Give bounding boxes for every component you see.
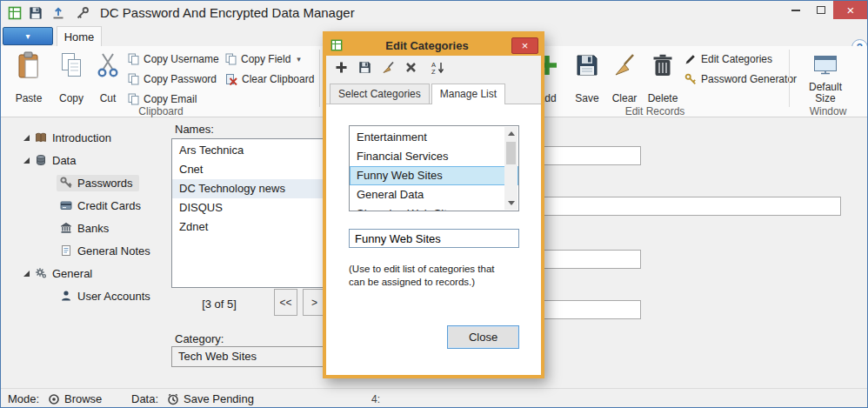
dialog-close-button[interactable]: × bbox=[511, 37, 538, 54]
expander-icon[interactable] bbox=[23, 157, 30, 164]
category-name-input[interactable] bbox=[349, 229, 519, 248]
arrow-up-icon bbox=[508, 131, 515, 136]
scrollbar-thumb[interactable] bbox=[506, 142, 516, 164]
pages-icon bbox=[128, 93, 139, 105]
edit-categories-button[interactable]: Edit Categories bbox=[684, 50, 772, 68]
window-title: DC Password And Encrypted Data Manager bbox=[100, 1, 355, 25]
names-label: Names: bbox=[175, 123, 214, 136]
list-item[interactable]: Shopping Web Sites bbox=[350, 204, 518, 211]
list-item[interactable]: Financial Services bbox=[350, 147, 518, 166]
selected-highlight: Passwords bbox=[57, 175, 139, 191]
quick-save-button[interactable] bbox=[27, 4, 44, 22]
dialog-title-bar[interactable]: Edit Categories × bbox=[326, 35, 541, 56]
save-button[interactable]: Save bbox=[570, 49, 604, 104]
list-item-selected[interactable]: Funny Web Sites bbox=[350, 166, 518, 185]
sidebar-item-credit-cards[interactable]: Credit Cards bbox=[57, 196, 147, 215]
close-icon: × bbox=[522, 40, 529, 51]
row-inner: Credit Cards bbox=[57, 197, 147, 214]
pages-icon bbox=[128, 73, 139, 85]
sidebar-item-passwords[interactable]: Passwords bbox=[57, 173, 139, 192]
add-category-button[interactable] bbox=[335, 61, 348, 77]
quick-export-button[interactable] bbox=[50, 4, 67, 22]
sidebar-item-general[interactable]: General bbox=[23, 264, 92, 283]
tree-label: Introduction bbox=[52, 131, 111, 144]
quick-tools-button[interactable] bbox=[74, 4, 91, 22]
dialog-close-action-button[interactable]: Close bbox=[447, 325, 519, 349]
button-label: Save bbox=[575, 93, 598, 104]
delete-category-button[interactable] bbox=[405, 62, 417, 76]
list-item[interactable]: General Data bbox=[350, 185, 518, 204]
copy-field-button[interactable]: Copy Field ▾ bbox=[225, 50, 301, 68]
save-icon bbox=[575, 50, 599, 80]
scroll-down-button[interactable] bbox=[504, 197, 517, 210]
cut-button[interactable]: Cut bbox=[91, 49, 124, 104]
category-value: Tech Web Sites bbox=[178, 350, 257, 363]
record-counter: [3 of 5] bbox=[171, 298, 267, 311]
button-label: Copy Password bbox=[144, 73, 217, 85]
tab-label: Select Categories bbox=[338, 88, 421, 100]
sort-az-icon: AZ bbox=[431, 61, 444, 75]
nav-label: << bbox=[279, 297, 291, 309]
group-separator bbox=[789, 50, 790, 107]
delete-button[interactable]: Delete bbox=[644, 49, 681, 104]
trash-icon bbox=[651, 50, 674, 80]
dialog-help-text: (Use to edit list of categories that can… bbox=[349, 263, 512, 289]
dialog-title: Edit Categories bbox=[343, 39, 511, 52]
tab-select-categories[interactable]: Select Categories bbox=[330, 84, 430, 104]
clean-category-button[interactable] bbox=[382, 61, 395, 77]
list-item[interactable]: Entertainment bbox=[350, 128, 518, 147]
scrollbar[interactable] bbox=[504, 127, 517, 210]
dialog-icon bbox=[331, 39, 343, 51]
tree-label: Passwords bbox=[77, 177, 133, 190]
status-data-label: Data: bbox=[131, 389, 158, 408]
close-button[interactable]: × bbox=[833, 1, 868, 19]
row-inner: General Notes bbox=[57, 243, 157, 259]
tree-label: User Accounts bbox=[77, 290, 150, 303]
tab-home[interactable]: Home bbox=[57, 26, 102, 46]
nav-first-button[interactable]: << bbox=[274, 289, 297, 316]
save-category-button[interactable] bbox=[358, 61, 371, 77]
sidebar-item-general-notes[interactable]: General Notes bbox=[57, 241, 157, 260]
file-menu-button[interactable]: ▾ bbox=[3, 27, 53, 45]
app-icon[interactable] bbox=[6, 4, 23, 22]
expander-icon[interactable] bbox=[23, 135, 30, 141]
maximize-icon bbox=[817, 6, 825, 14]
sidebar-item-banks[interactable]: Banks bbox=[57, 218, 115, 237]
clear-clipboard-button[interactable]: Clear Clipboard bbox=[225, 70, 314, 88]
credit-card-icon bbox=[60, 199, 72, 211]
book-icon bbox=[35, 131, 47, 144]
clipped-form-label: 4: bbox=[371, 389, 380, 408]
sidebar-item-data[interactable]: Data bbox=[23, 150, 76, 170]
key-tool-icon bbox=[76, 6, 90, 20]
paste-button[interactable]: Paste bbox=[8, 49, 50, 104]
button-label: Delete bbox=[648, 93, 678, 104]
maximize-button[interactable] bbox=[808, 1, 833, 19]
status-data-value: Save Pending bbox=[184, 389, 254, 408]
tree-label: General Notes bbox=[77, 244, 150, 258]
minimize-button[interactable] bbox=[783, 1, 808, 19]
copy-button[interactable]: Copy bbox=[53, 49, 90, 104]
tab-manage-list[interactable]: Manage List bbox=[431, 84, 505, 104]
app-window: DC Password And Encrypted Data Manager ×… bbox=[0, 0, 868, 408]
window-size-icon bbox=[812, 50, 838, 80]
row-inner: User Accounts bbox=[57, 288, 157, 304]
bank-icon bbox=[60, 222, 72, 234]
dialog-tabs: Select Categories Manage List bbox=[330, 83, 507, 104]
copy-username-button[interactable]: Copy Username bbox=[128, 50, 219, 68]
clear-button[interactable]: Clear bbox=[607, 49, 642, 104]
categories-listbox[interactable]: Entertainment Financial Services Funny W… bbox=[349, 125, 519, 211]
sort-categories-button[interactable]: AZ bbox=[431, 61, 444, 77]
plus-icon bbox=[335, 61, 348, 74]
sidebar-item-introduction[interactable]: Introduction bbox=[23, 128, 111, 147]
scroll-up-button[interactable] bbox=[504, 127, 517, 140]
sidebar-item-user-accounts[interactable]: User Accounts bbox=[57, 286, 157, 305]
expander-icon[interactable] bbox=[23, 271, 30, 277]
default-size-button[interactable]: Default Size bbox=[799, 49, 851, 104]
chevron-down-icon: ▾ bbox=[297, 55, 301, 64]
password-generator-button[interactable]: Password Generator bbox=[684, 70, 797, 88]
status-bar: Mode: Browse Data: Save Pending 4: bbox=[1, 388, 867, 408]
status-mode-value: Browse bbox=[64, 389, 102, 408]
browse-mode-icon bbox=[48, 389, 60, 408]
copy-password-button[interactable]: Copy Password bbox=[128, 70, 217, 88]
scissors-icon bbox=[97, 50, 119, 80]
